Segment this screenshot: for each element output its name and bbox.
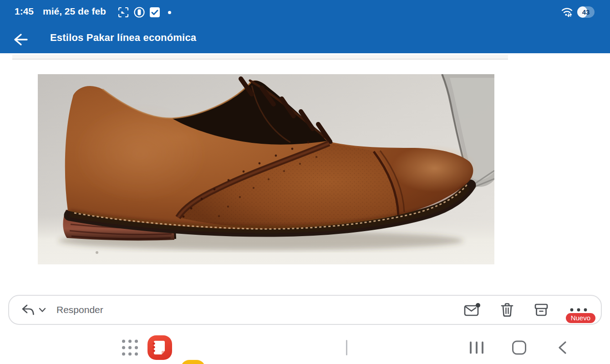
status-date: mié, 25 de feb: [43, 6, 106, 17]
smart-capture-icon: [117, 6, 129, 18]
taskbar-icon-my-files[interactable]: [181, 360, 205, 364]
clock: 1:45: [15, 6, 34, 17]
delete-icon[interactable]: [500, 302, 514, 318]
home-button[interactable]: [512, 341, 526, 355]
wifi-icon: [561, 6, 573, 18]
email-body: [0, 53, 610, 331]
back-button[interactable]: [556, 340, 568, 355]
scrolled-card-edge: [12, 55, 508, 60]
shoe-photo-image: [38, 74, 494, 264]
chevron-down-icon[interactable]: [38, 306, 46, 314]
status-notification-icons: [117, 6, 171, 18]
email-subject-title: Estilos Pakar línea económica: [50, 32, 196, 44]
reply-label: Responder: [56, 304, 103, 315]
samsung-notes-icon: [147, 335, 172, 360]
battery-percent: 43: [577, 6, 595, 18]
app-drawer-button[interactable]: [122, 340, 138, 356]
reply-button[interactable]: Responder: [9, 302, 103, 318]
checkbox-notification-icon: [149, 7, 160, 18]
status-system-icons: 43: [561, 6, 595, 18]
mark-unread-icon[interactable]: [463, 302, 481, 318]
reply-action-bar[interactable]: Responder Nuevo: [8, 295, 602, 325]
taskbar-icon-samsung-notes[interactable]: [147, 335, 172, 360]
shoe-photo[interactable]: [38, 74, 494, 264]
nuevo-badge: Nuevo: [566, 313, 595, 323]
archive-icon[interactable]: [534, 302, 549, 318]
back-arrow-icon[interactable]: [11, 30, 29, 49]
link-to-windows-icon: [133, 6, 145, 18]
recents-button[interactable]: [470, 342, 483, 354]
taskbar: MIÉ 25: [0, 331, 610, 364]
reply-icon: [20, 302, 36, 318]
battery-indicator: 43: [577, 6, 595, 18]
notification-dot: [168, 11, 171, 14]
mail-header: Estilos Pakar línea económica: [0, 25, 610, 53]
taskbar-separator: [346, 340, 347, 355]
floor-speck: [96, 251, 98, 254]
my-files-icon: [181, 360, 205, 364]
status-bar: 1:45 mié, 25 de feb 43: [0, 0, 610, 25]
